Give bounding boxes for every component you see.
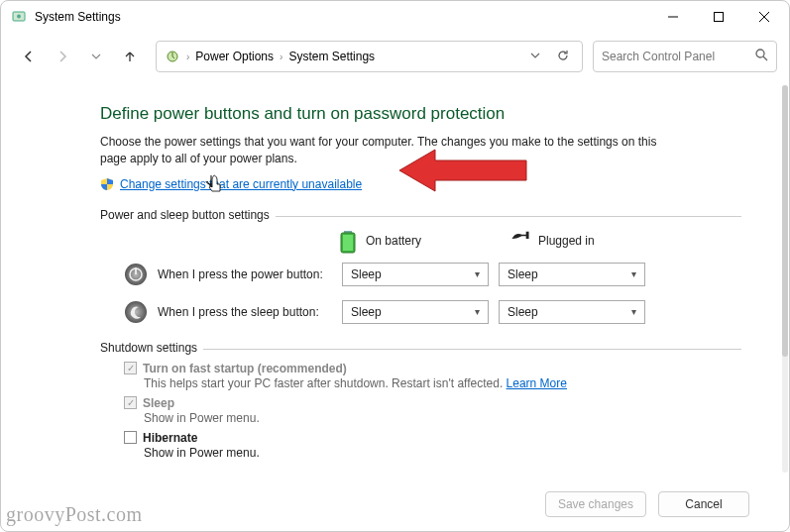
plug-icon — [510, 229, 530, 253]
row-label-sleep: When I press the sleep button: — [158, 305, 332, 319]
chevron-down-icon: ▾ — [475, 268, 480, 279]
section-power-sleep: Power and sleep button settings On batte… — [100, 205, 741, 324]
section-label-power: Power and sleep button settings — [100, 208, 276, 222]
section-label-shutdown: Shutdown settings — [100, 341, 203, 355]
forward-button[interactable] — [47, 41, 78, 72]
save-changes-button[interactable]: Save changes — [545, 491, 646, 517]
row-label-power: When I press the power button: — [158, 267, 332, 281]
chevron-down-icon: ▾ — [631, 306, 636, 317]
chevron-down-icon: ▾ — [475, 306, 480, 317]
shutdown-item-hibernate: Hibernate Show in Power menu. — [124, 431, 741, 460]
search-icon — [755, 49, 768, 64]
breadcrumb-system-settings[interactable]: System Settings — [288, 50, 375, 63]
window-frame: System Settings › Power Options › System… — [0, 0, 790, 532]
up-button[interactable] — [114, 41, 146, 72]
change-settings-link[interactable]: Change settings that are currently unava… — [120, 177, 362, 191]
learn-more-link[interactable]: Learn More — [507, 376, 567, 390]
page-heading: Define power buttons and turn on passwor… — [100, 104, 741, 124]
chevron-right-icon: › — [186, 52, 189, 62]
select-power-battery[interactable]: Sleep▾ — [342, 263, 489, 286]
scrollbar[interactable] — [782, 85, 788, 473]
checkbox-hibernate[interactable] — [124, 431, 137, 444]
shutdown-item-sleep: Sleep Show in Power menu. — [124, 396, 741, 425]
svg-line-8 — [763, 56, 767, 60]
uac-shield-icon — [100, 177, 114, 191]
section-shutdown: Shutdown settings Turn on fast startup (… — [100, 338, 741, 460]
close-button[interactable] — [741, 2, 787, 32]
column-header-plugged: Plugged in — [510, 229, 657, 253]
select-sleep-plugged[interactable]: Sleep▾ — [499, 300, 645, 324]
address-bar[interactable]: › Power Options › System Settings — [156, 41, 583, 72]
maximize-button[interactable] — [696, 2, 741, 32]
minimize-button[interactable] — [650, 2, 696, 32]
refresh-button[interactable] — [552, 49, 574, 65]
chevron-down-icon: ▾ — [631, 268, 636, 279]
battery-icon — [338, 229, 358, 253]
nav-toolbar: › Power Options › System Settings Search… — [1, 33, 789, 80]
recent-locations-button[interactable] — [80, 41, 112, 72]
svg-point-1 — [17, 15, 21, 19]
select-power-plugged[interactable]: Sleep▾ — [499, 263, 645, 286]
select-sleep-battery[interactable]: Sleep▾ — [342, 300, 489, 324]
search-input[interactable]: Search Control Panel — [593, 41, 777, 72]
checkbox-fast-startup — [124, 362, 137, 374]
content-area: Define power buttons and turn on passwor… — [1, 80, 789, 481]
power-button-icon — [124, 263, 148, 286]
chevron-right-icon: › — [280, 52, 282, 62]
watermark: groovyPost.com — [6, 503, 143, 526]
svg-rect-11 — [343, 235, 353, 251]
search-placeholder: Search Control Panel — [602, 50, 715, 63]
checkbox-sleep — [124, 396, 137, 409]
breadcrumb-power-options[interactable]: Power Options — [195, 50, 274, 63]
titlebar: System Settings — [1, 1, 789, 33]
power-options-icon — [165, 49, 180, 64]
scrollbar-thumb[interactable] — [782, 85, 788, 357]
page-description: Choose the power settings that you want … — [100, 134, 665, 167]
sleep-button-icon — [124, 300, 148, 324]
svg-point-7 — [756, 50, 764, 57]
back-button[interactable] — [13, 41, 45, 72]
shutdown-item-fast-startup: Turn on fast startup (recommended) This … — [124, 362, 741, 390]
column-header-battery: On battery — [338, 229, 485, 253]
address-dropdown-button[interactable] — [524, 50, 546, 63]
row-power-button: When I press the power button: Sleep▾ Sl… — [124, 263, 741, 286]
svg-point-15 — [125, 301, 147, 323]
svg-rect-3 — [715, 13, 724, 22]
row-sleep-button: When I press the sleep button: Sleep▾ Sl… — [124, 300, 741, 324]
app-icon — [11, 9, 27, 25]
cancel-button[interactable]: Cancel — [658, 491, 749, 517]
window-title: System Settings — [35, 10, 121, 24]
